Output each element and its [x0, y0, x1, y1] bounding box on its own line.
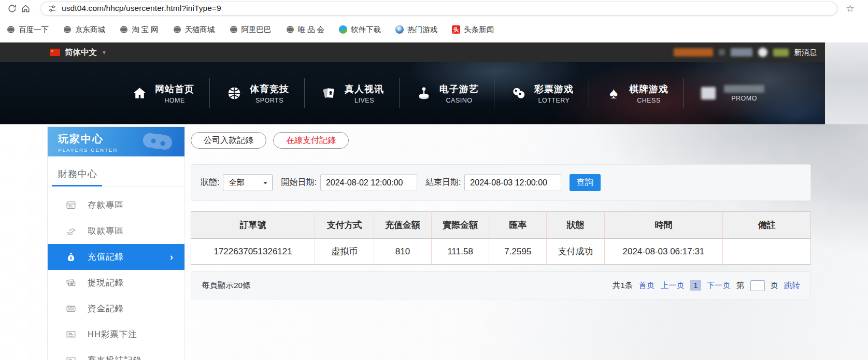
sidebar-item-label: 賽事投註記錄 — [88, 355, 142, 360]
status-select[interactable]: 全部 — [223, 174, 273, 191]
bookmark-label: 头条新闻 — [464, 25, 494, 35]
bookmark-toutiao[interactable]: 头 头条新闻 — [452, 25, 494, 35]
sidebar-item-bet-records-partial[interactable]: 賽事投註記錄 — [48, 348, 184, 360]
payment-records-table: 訂單號 支付方式 充值金額 實際金額 匯率 狀態 時間 備註 172263705… — [191, 211, 811, 265]
redacted-balance — [731, 48, 752, 56]
pagination-controls: 共1条 首页 上一页 1 下一页 第 页 跳转 — [613, 280, 800, 291]
url-text[interactable]: usdt04.com/hhcp/usercenter.html?iniType=… — [62, 4, 221, 13]
bookmark-label: 百度一下 — [19, 25, 49, 35]
bookmark-alibaba[interactable]: 阿里巴巴 — [230, 25, 272, 35]
nav-label-en: LOTTERY — [534, 97, 574, 104]
reload-icon[interactable] — [5, 2, 19, 15]
col-recharge-amount: 充值金額 — [374, 212, 431, 239]
language-selector[interactable]: 简体中文 ▼ — [50, 47, 107, 58]
nav-item-lottery[interactable]: 彩票游戏 LOTTERY — [494, 83, 589, 104]
site-settings-icon[interactable] — [48, 5, 56, 12]
pagination-bar: 每頁顯示20條 共1条 首页 上一页 1 下一页 第 页 跳转 — [191, 271, 811, 299]
screen: usdt04.com/hhcp/usercenter.html?iniType=… — [0, 0, 868, 360]
globe-icon — [230, 25, 238, 34]
status-select-value: 全部 — [229, 178, 244, 188]
bookmark-software[interactable]: 软件下载 — [339, 25, 381, 35]
bookmark-games[interactable]: 热门游戏 — [395, 25, 437, 35]
nav-label: 真人视讯 LIVES — [345, 83, 384, 104]
col-exchange-rate: 匯率 — [489, 212, 547, 239]
top-bar: 简体中文 ▼ 新消息 — [0, 42, 825, 62]
software-download-icon — [339, 25, 347, 34]
prev-page-link[interactable]: 上一页 — [660, 280, 685, 291]
start-date-input[interactable] — [320, 174, 417, 191]
redacted-amount — [773, 49, 789, 56]
bookmark-taobao[interactable]: 淘 宝 网 — [120, 25, 159, 35]
redacted-username — [674, 48, 713, 56]
bookmark-vip[interactable]: 唯 品 会 — [286, 25, 325, 35]
gamepad-watermark-icon — [133, 129, 180, 155]
bookmark-star-icon[interactable]: ☆ — [846, 4, 855, 13]
end-date-input[interactable] — [464, 174, 561, 191]
next-page-link[interactable]: 下一页 — [707, 280, 731, 291]
cards-icon — [320, 85, 338, 101]
chevron-right-icon: › — [170, 251, 173, 263]
globe-icon — [173, 25, 181, 34]
page-jump-input[interactable] — [750, 280, 765, 291]
spade-icon: ♠ — [605, 85, 622, 101]
nav-item-casino[interactable]: 电子游艺 CASINO — [400, 83, 494, 104]
sidebar-item-label: HH彩票下注 — [88, 329, 137, 340]
table-row: 1722637051326121 虚拟币 810 111.58 7.2595 支… — [191, 239, 811, 265]
filter-bar: 狀態: 全部 開始日期: 結束日期: 查詢 — [191, 164, 811, 201]
nav-item-chess[interactable]: ♠ 棋牌游戏 CHESS — [589, 83, 684, 104]
end-date-label: 結束日期: — [425, 177, 461, 188]
nav-label-en: HOME — [155, 97, 194, 104]
nav-items: 网站首页 HOME 体育竞技 SPORTS — [0, 62, 825, 124]
globe-icon — [120, 25, 128, 34]
banknotes-icon — [65, 277, 78, 289]
sidebar-item-hh-lottery-bets[interactable]: HH彩票下注 — [48, 322, 184, 348]
search-button[interactable]: 查詢 — [570, 174, 601, 191]
redacted-gift-icon — [701, 87, 716, 99]
tab-company-deposit-records[interactable]: 公司入款記錄 — [191, 132, 266, 149]
bookmark-jd[interactable]: 京东商城 — [63, 25, 105, 35]
sidebar-item-withdraw[interactable]: 取款專區 — [48, 218, 184, 244]
nav-item-home[interactable]: 网站首页 HOME — [115, 83, 210, 104]
nav-item-sports[interactable]: 体育竞技 SPORTS — [210, 83, 305, 104]
nav-item-promo[interactable]: PROMO — [684, 85, 780, 102]
jump-go-link[interactable]: 跳转 — [784, 280, 800, 291]
sidebar-menu: 存款專區 取款專區 充值記錄 › 提現記錄 — [48, 192, 184, 360]
window-edge-area — [825, 42, 868, 124]
bookmark-tmall[interactable]: 天猫商城 — [173, 25, 215, 35]
lottery-balls-icon — [510, 85, 528, 101]
chevron-down-icon: ▼ — [102, 50, 107, 55]
current-page[interactable]: 1 — [690, 280, 701, 291]
nav-label: 棋牌游戏 CHESS — [629, 83, 668, 104]
sidebar: 玩家中心 PLAYERS CENTER 財務中心 存款專區 取款專區 — [48, 127, 184, 360]
first-page-link[interactable]: 首页 — [638, 280, 654, 291]
redacted-badge — [719, 49, 725, 55]
main-navigation: 网站首页 HOME 体育竞技 SPORTS — [0, 62, 825, 124]
bookmark-label: 京东商城 — [75, 25, 105, 35]
sidebar-item-recharge-records[interactable]: 充值記錄 › — [48, 244, 184, 270]
cell-order-number: 1722637051326121 — [191, 239, 315, 265]
nav-label: 彩票游戏 LOTTERY — [534, 83, 574, 104]
home-browser-icon[interactable] — [19, 2, 32, 15]
address-bar[interactable]: usdt04.com/hhcp/usercenter.html?iniType=… — [40, 2, 837, 16]
browser-toolbar: usdt04.com/hhcp/usercenter.html?iniType=… — [0, 0, 868, 17]
basketball-icon — [225, 85, 243, 101]
cell-actual-amount: 111.58 — [432, 239, 489, 265]
bookmark-baidu[interactable]: 百度一下 — [7, 25, 49, 35]
sidebar-item-funds-records[interactable]: 資金記錄 — [48, 296, 184, 322]
nav-label-zh: 体育竞技 — [250, 83, 289, 95]
sidebar-item-label: 取款專區 — [88, 225, 124, 237]
sidebar-item-withdrawal-records[interactable]: 提現記錄 — [48, 270, 184, 296]
tab-online-payment-records[interactable]: 在線支付記錄 — [273, 132, 349, 149]
main-content: 公司入款記錄 在線支付記錄 狀態: 全部 開始日期: 結束日期: 查詢 — [191, 124, 811, 299]
nav-label-en: SPORTS — [250, 97, 289, 104]
new-message-link[interactable]: 新消息 — [794, 48, 817, 57]
nav-item-lives[interactable]: 真人视讯 LIVES — [305, 83, 400, 104]
language-label: 简体中文 — [65, 47, 97, 58]
user-info-area: 新消息 — [674, 48, 817, 57]
page-size-label: 每頁顯示20條 — [202, 280, 251, 291]
jump-prefix-label: 第 — [736, 280, 745, 291]
sidebar-item-deposit[interactable]: 存款專區 — [48, 192, 184, 218]
nav-label-en: CHESS — [629, 97, 668, 104]
nav-label-en: CASINO — [439, 97, 479, 104]
col-status: 狀態 — [547, 212, 604, 239]
